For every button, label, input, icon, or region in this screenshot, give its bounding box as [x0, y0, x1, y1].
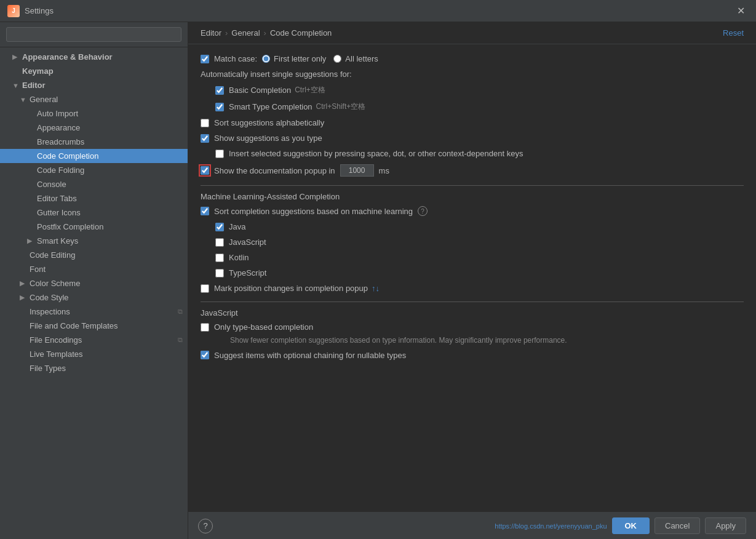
sidebar-item-font[interactable]: Font: [0, 262, 188, 276]
breadcrumb-sep-2: ›: [264, 28, 266, 38]
suggest-nullable-row: Suggest items with optional chaining for…: [201, 351, 744, 360]
section-divider-js: [201, 301, 744, 302]
only-type-label[interactable]: Only type-based completion: [214, 322, 313, 332]
sort-alpha-checkbox[interactable]: [201, 119, 209, 127]
suggest-nullable-label[interactable]: Suggest items with optional chaining for…: [214, 351, 406, 360]
first-letter-radio[interactable]: [262, 55, 270, 63]
sidebar-item-file-code-templates[interactable]: File and Code Templates: [0, 319, 188, 333]
help-icon[interactable]: ?: [418, 206, 428, 216]
sidebar-item-label: File and Code Templates: [30, 321, 118, 330]
sidebar-item-general[interactable]: ▼ General: [0, 92, 188, 106]
show-doc-popup-checkbox[interactable]: [201, 166, 209, 175]
sidebar-item-label: Postfix Completion: [37, 222, 103, 231]
java-checkbox[interactable]: [215, 223, 224, 231]
breadcrumb-editor: Editor: [201, 28, 221, 38]
sidebar-item-label: Appearance: [37, 123, 80, 132]
only-type-row: Only type-based completion: [201, 322, 744, 332]
sidebar-item-label: Color Scheme: [30, 279, 80, 288]
reset-link[interactable]: Reset: [723, 28, 744, 38]
sidebar-item-label: Keymap: [22, 66, 54, 76]
javascript-checkbox[interactable]: [215, 238, 224, 247]
sidebar-item-smart-keys[interactable]: ▶ Smart Keys: [0, 234, 188, 248]
popup-ms-label: ms: [379, 166, 389, 175]
close-button[interactable]: ✕: [733, 4, 749, 18]
sidebar-item-appearance[interactable]: Appearance: [0, 121, 188, 135]
sidebar-item-label: Editor Tabs: [37, 194, 77, 203]
mark-position-checkbox[interactable]: [201, 284, 209, 293]
expand-arrow: ▶: [20, 293, 27, 301]
apply-button[interactable]: Apply: [705, 517, 746, 534]
popup-ms-input[interactable]: [340, 164, 374, 177]
sidebar-item-gutter-icons[interactable]: Gutter Icons: [0, 206, 188, 220]
sidebar-item-file-types[interactable]: File Types: [0, 361, 188, 375]
sidebar-item-code-editing[interactable]: Code Editing: [0, 248, 188, 262]
sidebar-item-editor-tabs[interactable]: Editor Tabs: [0, 191, 188, 206]
basic-completion-label[interactable]: Basic Completion Ctrl+空格: [229, 85, 325, 95]
all-letters-radio-label[interactable]: All letters: [333, 54, 378, 63]
javascript-label[interactable]: JavaScript: [229, 238, 266, 247]
smart-type-checkbox[interactable]: [215, 103, 224, 111]
show-suggestions-label[interactable]: Show suggestions as you type: [214, 134, 322, 143]
typescript-checkbox[interactable]: [215, 269, 224, 277]
java-label[interactable]: Java: [229, 222, 245, 231]
sidebar-item-code-completion[interactable]: Code Completion: [0, 149, 188, 163]
mark-position-row: Mark position changes in completion popu…: [201, 284, 744, 293]
suggest-nullable-checkbox[interactable]: [201, 351, 209, 359]
title-bar: J Settings ✕: [0, 0, 756, 22]
sidebar-item-inspections[interactable]: Inspections ⧉: [0, 305, 188, 319]
breadcrumb-sep-1: ›: [225, 28, 228, 38]
first-letter-radio-label[interactable]: First letter only: [262, 54, 326, 63]
only-type-checkbox[interactable]: [201, 323, 209, 332]
sidebar-tree: ▶ Appearance & Behavior Keymap ▼ Editor …: [0, 47, 188, 539]
ok-button[interactable]: OK: [612, 517, 650, 534]
expand-arrow: ▶: [27, 237, 34, 245]
sidebar-item-keymap[interactable]: Keymap: [0, 64, 188, 78]
sidebar-item-label: Breadcrumbs: [37, 137, 84, 146]
search-input[interactable]: [6, 27, 181, 42]
sidebar-item-postfix-completion[interactable]: Postfix Completion: [0, 220, 188, 234]
sidebar-item-label: Console: [37, 180, 66, 189]
sidebar-item-code-folding[interactable]: Code Folding: [0, 163, 188, 177]
sidebar-item-editor[interactable]: ▼ Editor: [0, 78, 188, 92]
all-letters-radio[interactable]: [333, 55, 341, 63]
auto-insert-label: Automatically insert single suggestions …: [201, 70, 744, 79]
mark-position-label[interactable]: Mark position changes in completion popu…: [214, 284, 380, 293]
kotlin-label[interactable]: Kotlin: [229, 253, 249, 262]
show-suggestions-checkbox[interactable]: [201, 134, 209, 143]
smart-type-label[interactable]: Smart Type Completion Ctrl+Shift+空格: [229, 102, 365, 112]
sidebar-item-breadcrumbs[interactable]: Breadcrumbs: [0, 135, 188, 149]
sidebar-item-label: Code Folding: [37, 166, 84, 175]
match-case-label[interactable]: Match case:: [214, 54, 257, 63]
sort-ml-checkbox[interactable]: [201, 207, 209, 215]
cancel-button[interactable]: Cancel: [655, 517, 700, 534]
sidebar-item-color-scheme[interactable]: ▶ Color Scheme: [0, 276, 188, 290]
insert-selected-row: Insert selected suggestion by pressing s…: [201, 149, 744, 158]
sort-alpha-label[interactable]: Sort suggestions alphabetically: [214, 118, 324, 127]
sidebar-item-file-encodings[interactable]: File Encodings ⧉: [0, 333, 188, 347]
match-case-row: Match case: First letter only All letter…: [201, 54, 744, 63]
typescript-row: TypeScript: [201, 268, 744, 277]
insert-selected-checkbox[interactable]: [215, 150, 224, 158]
copy-icon: ⧉: [178, 308, 183, 316]
show-doc-popup-row: Show the documentation popup in ms: [201, 164, 744, 177]
show-doc-popup-label[interactable]: Show the documentation popup in: [214, 166, 335, 175]
sidebar-item-label: Editor: [22, 81, 46, 90]
insert-selected-label[interactable]: Insert selected suggestion by pressing s…: [229, 149, 523, 158]
help-button[interactable]: ?: [198, 519, 213, 533]
sidebar-item-appearance-behavior[interactable]: ▶ Appearance & Behavior: [0, 50, 188, 64]
sidebar-item-label: Code Completion: [37, 151, 98, 161]
sort-ml-label[interactable]: Sort completion suggestions based on mac…: [214, 207, 413, 216]
basic-completion-checkbox[interactable]: [215, 86, 224, 95]
copy-icon: ⧉: [178, 336, 183, 344]
sidebar-item-console[interactable]: Console: [0, 177, 188, 191]
kotlin-checkbox[interactable]: [215, 254, 224, 262]
sidebar-item-live-templates[interactable]: Live Templates: [0, 347, 188, 361]
arrows-icon: ↑↓: [372, 284, 380, 293]
match-case-checkbox[interactable]: [201, 55, 209, 63]
sidebar-item-auto-import[interactable]: Auto Import: [0, 106, 188, 121]
sidebar-item-code-style[interactable]: ▶ Code Style: [0, 290, 188, 305]
sidebar-item-label: File Encodings: [30, 335, 82, 345]
sort-alpha-row: Sort suggestions alphabetically: [201, 118, 744, 127]
footer: ? https://blog.csdn.net/yerenyyuan_pku O…: [188, 512, 756, 539]
typescript-label[interactable]: TypeScript: [229, 268, 266, 277]
